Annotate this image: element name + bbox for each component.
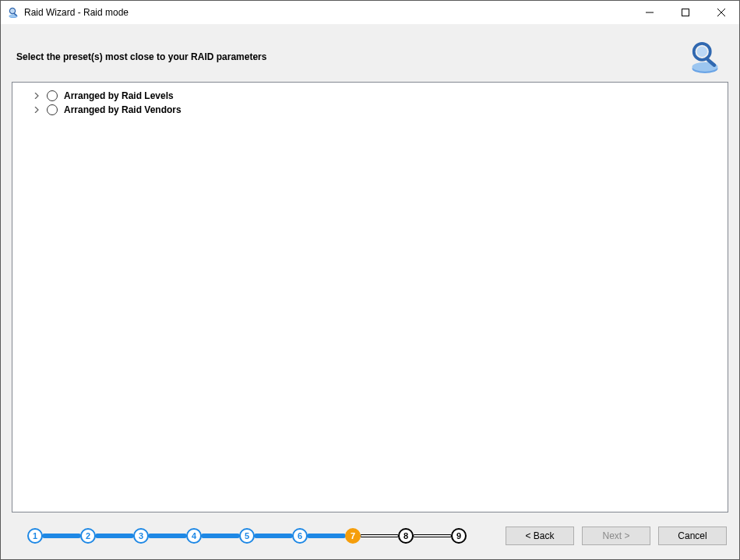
maximize-button[interactable]: [668, 1, 703, 24]
tree-item-vendors[interactable]: Arranged by Raid Vendors: [16, 103, 724, 117]
step-6: 6: [292, 528, 308, 544]
steps-area: 123456789: [27, 528, 506, 544]
step-2: 2: [80, 528, 96, 544]
chevron-right-icon[interactable]: [33, 92, 41, 100]
wizard-buttons: < Back Next > Cancel: [506, 527, 727, 545]
preset-tree: Arranged by Raid Levels Arranged by Raid…: [16, 87, 724, 117]
step-8: 8: [398, 528, 414, 544]
preset-list-panel: Arranged by Raid Levels Arranged by Raid…: [12, 82, 728, 512]
wizard-window: Raid Wizard - Raid mode Select the prese…: [0, 0, 740, 560]
radio-levels[interactable]: [47, 90, 58, 101]
app-icon: [7, 6, 19, 19]
step-connector: [95, 534, 134, 538]
cancel-button[interactable]: Cancel: [658, 527, 727, 545]
step-connector: [360, 534, 399, 537]
tree-item-label: Arranged by Raid Vendors: [64, 104, 181, 115]
step-indicator: 123456789: [27, 528, 467, 544]
window-controls: [632, 1, 739, 24]
step-connector: [307, 534, 346, 538]
wizard-footer: 123456789 < Back Next > Cancel: [1, 512, 739, 559]
step-4: 4: [186, 528, 202, 544]
svg-point-3: [11, 9, 15, 13]
step-5: 5: [239, 528, 255, 544]
instruction-text: Select the preset(s) most close to your …: [16, 51, 680, 62]
tree-item-label: Arranged by Raid Levels: [64, 90, 174, 101]
radio-vendors[interactable]: [47, 104, 58, 115]
tree-item-levels[interactable]: Arranged by Raid Levels: [16, 89, 724, 103]
back-button[interactable]: < Back: [506, 527, 574, 545]
chevron-right-icon[interactable]: [33, 106, 41, 114]
client-area: Select the preset(s) most close to your …: [1, 24, 739, 559]
titlebar: Raid Wizard - Raid mode: [1, 1, 739, 24]
step-connector: [254, 534, 293, 538]
step-connector: [413, 534, 452, 537]
svg-rect-5: [682, 9, 689, 16]
close-button[interactable]: [703, 1, 739, 24]
magnifier-icon: [686, 38, 724, 76]
step-connector: [42, 534, 81, 538]
step-3: 3: [133, 528, 149, 544]
minimize-button[interactable]: [632, 1, 668, 24]
wizard-header: Select the preset(s) most close to your …: [1, 24, 739, 82]
window-title: Raid Wizard - Raid mode: [24, 7, 632, 18]
step-1: 1: [27, 528, 43, 544]
step-connector: [201, 534, 240, 538]
step-connector: [148, 534, 187, 538]
svg-point-9: [697, 47, 708, 58]
step-7: 7: [345, 528, 361, 544]
next-button[interactable]: Next >: [582, 527, 650, 545]
step-9: 9: [451, 528, 467, 544]
